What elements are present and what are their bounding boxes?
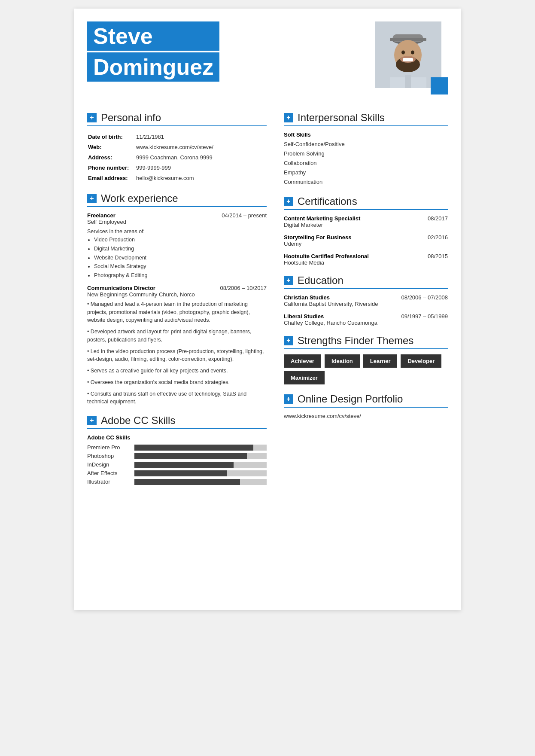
strength-tag: Ideation [325,354,360,368]
skill-bar [134,462,267,468]
job-company: Self Employeed [87,219,267,225]
work-experience-section-header: + Work experience [87,192,267,207]
job-para: • Managed and lead a 4-person team in th… [87,300,267,324]
job-para: • Oversees the organization's social med… [87,378,267,387]
plus-icon-personal: + [87,113,97,122]
info-value: www.kickresume.com/cv/steve/ [136,143,266,152]
plus-icon-portfolio: + [284,394,293,404]
skills-container: Premiere Pro Photoshop InDesign After Ef… [87,444,267,485]
left-column: + Personal info Date of birth:11/21/1981… [74,103,275,487]
photo-block [375,21,444,90]
personal-info-row: Phone number:999-9999-999 [88,163,266,173]
job-dates: 08/2006 – 10/2017 [220,285,267,291]
edu-item: Christian Studies 08/2006 – 07/2008 Cali… [284,294,448,307]
skill-row: Photoshop [87,453,267,459]
education-section-header: + Education [284,274,448,289]
adobe-skills-title: Adobe CC Skills [101,415,175,427]
info-value: hello@kickresume.com [136,174,266,183]
main-body: + Personal info Date of birth:11/21/1981… [74,99,461,500]
jobs-container: Freelancer 04/2014 – present Self Employ… [87,212,267,406]
strengths-tags-container: AchieverIdeationLearnerDeveloperMaximize… [284,354,448,384]
plus-icon-work: + [87,194,97,203]
edu-item: Liberal Studies 09/1997 – 05/1999 Chaffe… [284,313,448,326]
skill-row: Illustrator [87,479,267,485]
soft-skill-item: Empathy [284,168,448,177]
info-label: Web: [88,143,135,152]
skill-row: InDesign [87,461,267,468]
personal-info-row: Date of birth:11/21/1981 [88,132,266,142]
soft-skill-item: Communication [284,177,448,187]
strengths-section-header: + Strengths Finder Themes [284,335,448,349]
cert-header: Hootsuite Certified Professional 08/2015 [284,253,448,259]
edu-dates: 08/2006 – 07/2008 [401,294,448,301]
job-bullet: Photography & Editing [94,271,267,280]
interpersonal-title: Interpersonal Skills [298,112,385,124]
job-desc: Services in the areas of:Video Productio… [87,228,267,280]
right-column: + Interpersonal Skills Soft Skills Self-… [275,103,461,487]
skill-bar-fill [134,479,240,485]
edu-container: Christian Studies 08/2006 – 07/2008 Cali… [284,294,448,326]
job-title: Freelancer [87,212,116,219]
skill-row: After Effects [87,470,267,476]
skill-name: Premiere Pro [87,444,130,451]
photo-accent [431,77,448,94]
skill-bar-fill [134,453,247,459]
portfolio-section-header: + Online Design Portfolio [284,393,448,408]
job-para: • Serves as a creative guide for all key… [87,367,267,375]
portfolio-title: Online Design Portfolio [298,393,403,405]
skill-bar [134,470,267,476]
soft-skill-item: Problem Solving [284,149,448,159]
info-value: 999-9999-999 [136,163,266,173]
name-block: Steve Dominguez [87,21,219,82]
svg-point-5 [401,51,405,55]
personal-info-section-header: + Personal info [87,112,267,126]
adobe-skills-label: Adobe CC Skills [87,434,267,441]
plus-icon-strengths: + [284,336,293,345]
job-item: Freelancer 04/2014 – present Self Employ… [87,212,267,280]
strength-tag: Maximizer [284,371,325,384]
cert-name: Storytelling For Business [284,234,351,241]
plus-icon-adobe: + [87,416,97,425]
job-bullet: Social Media Strategy [94,262,267,271]
soft-skills-label: Soft Skills [284,131,448,138]
resume-document: Steve Dominguez [74,9,461,610]
personal-info-title: Personal info [101,112,161,124]
certifications-section-header: + Certifications [284,195,448,210]
skill-row: Premiere Pro [87,444,267,451]
job-title: Communications Director [87,285,155,291]
job-bullet: Video Production [94,236,267,244]
interpersonal-section-header: + Interpersonal Skills [284,112,448,126]
education-title: Education [298,274,343,287]
job-header: Communications Director 08/2006 – 10/201… [87,285,267,291]
info-value: 11/21/1981 [136,132,266,142]
cert-name: Content Marketing Specialist [284,215,360,222]
certifications-title: Certifications [298,195,357,207]
personal-info-table: Date of birth:11/21/1981Web:www.kickresu… [87,131,267,184]
strengths-title: Strengths Finder Themes [298,335,413,347]
skill-bar-fill [134,470,227,476]
info-value: 9999 Coachman, Corona 9999 [136,153,266,162]
cert-issuer: Digital Marketer [284,222,448,228]
skill-bar [134,479,267,485]
edu-header: Christian Studies 08/2006 – 07/2008 [284,294,448,301]
certs-container: Content Marketing Specialist 08/2017 Dig… [284,215,448,266]
skill-name: Photoshop [87,453,130,459]
cert-issuer: Udemy [284,241,448,247]
edu-degree: Liberal Studies [284,313,324,320]
cert-header: Content Marketing Specialist 08/2017 [284,215,448,222]
adobe-skills-section-header: + Adobe CC Skills [87,415,267,429]
job-para: • Led in the video production process (P… [87,348,267,364]
soft-skill-item: Collaboration [284,159,448,168]
cert-issuer: Hootsuite Media [284,259,448,266]
cert-date: 08/2015 [428,253,448,259]
svg-point-6 [411,51,414,55]
job-company: New Beginnings Community Church, Norco [87,291,267,298]
plus-icon-edu: + [284,276,293,285]
job-dates: 04/2014 – present [222,212,267,219]
work-experience-title: Work experience [101,192,178,204]
soft-skills-list: Self-Confidence/PositiveProblem SolvingC… [284,140,448,187]
job-bullet: Website Development [94,254,267,262]
job-item: Communications Director 08/2006 – 10/201… [87,285,267,406]
plus-icon-cert: + [284,197,293,206]
skill-bar-fill [134,445,253,451]
